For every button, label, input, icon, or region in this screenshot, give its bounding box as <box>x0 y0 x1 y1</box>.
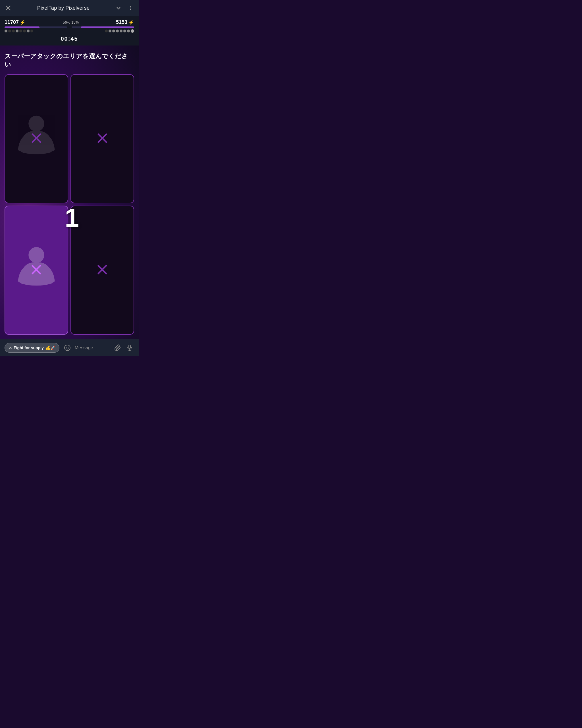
dots-right <box>105 29 134 33</box>
progress-middle: 56% 15% <box>63 20 79 24</box>
top-bar-left <box>4 4 12 12</box>
battle-icon-br <box>96 263 109 277</box>
dot-r8 <box>131 29 134 33</box>
dot-l8 <box>30 30 33 32</box>
dot-l4 <box>16 30 19 32</box>
dot-r4 <box>116 30 119 32</box>
svg-point-12 <box>28 247 44 262</box>
svg-point-19 <box>64 345 70 350</box>
menu-button[interactable] <box>127 4 134 12</box>
score-right-value: 5153 <box>116 19 127 25</box>
svg-point-21 <box>68 347 68 347</box>
top-bar: PixelTap by Pixelverse <box>0 0 139 16</box>
dots-row <box>4 29 134 33</box>
progress-right-fill <box>81 26 134 28</box>
main-content: スーパーアタックのエリアを選んでください <box>0 46 139 339</box>
close-button[interactable] <box>4 4 12 12</box>
dot-l1 <box>4 30 7 32</box>
score-row: 11707 ⚡ 56% 15% 5153 ⚡ <box>4 19 134 25</box>
lightning-right-icon: ⚡ <box>129 20 134 25</box>
pct-right-label: 15% <box>71 20 79 24</box>
grid-cell-bottom-right[interactable] <box>71 206 134 335</box>
top-bar-right <box>115 4 134 12</box>
dot-l3 <box>12 30 15 32</box>
grid-cell-top-left[interactable] <box>4 74 68 203</box>
score-left: 11707 ⚡ <box>4 19 26 25</box>
svg-point-20 <box>66 347 67 347</box>
battle-icon-tr <box>96 132 109 146</box>
fight-supply-button[interactable]: ✕ Fight for supply 💰🚀 <box>4 343 59 353</box>
svg-point-8 <box>35 137 37 139</box>
dot-r1 <box>105 30 108 32</box>
progress-row <box>4 26 134 28</box>
bottom-bar: ✕ Fight for supply 💰🚀 Message <box>0 339 139 356</box>
grid-cell-bottom-left[interactable] <box>4 206 68 335</box>
svg-point-3 <box>130 8 131 8</box>
dot-r2 <box>109 30 111 32</box>
svg-point-11 <box>101 137 104 139</box>
emoji-button[interactable] <box>63 343 72 352</box>
attach-button[interactable] <box>113 343 122 352</box>
svg-rect-22 <box>129 345 131 348</box>
app-title: PixelTap by Pixelverse <box>37 5 89 11</box>
dot-l5 <box>19 30 22 32</box>
dot-r3 <box>112 30 115 32</box>
fight-close-icon: ✕ <box>9 346 12 350</box>
score-left-value: 11707 <box>4 19 19 25</box>
score-right: 5153 ⚡ <box>116 19 134 25</box>
dropdown-button[interactable] <box>115 4 122 12</box>
timer-row: 00:45 <box>4 35 134 43</box>
section-title: スーパーアタックのエリアを選んでください <box>4 52 134 69</box>
message-input-area: Message <box>63 343 134 352</box>
dot-l2 <box>8 30 11 32</box>
progress-left-fill <box>4 26 39 28</box>
svg-point-18 <box>101 268 104 271</box>
svg-point-5 <box>28 116 44 131</box>
dot-r6 <box>123 30 126 32</box>
dot-r7 <box>127 30 130 32</box>
mic-button[interactable] <box>125 343 134 352</box>
timer-value: 00:45 <box>60 35 78 42</box>
dots-left <box>4 30 33 32</box>
battle-icon-tl <box>30 132 43 146</box>
svg-point-15 <box>35 268 37 271</box>
fight-emoji: 💰🚀 <box>46 345 55 350</box>
message-placeholder[interactable]: Message <box>75 345 110 350</box>
grid-cell-top-right[interactable] <box>71 74 134 203</box>
dot-l6 <box>23 30 26 32</box>
dot-r5 <box>120 30 122 32</box>
fight-label: Fight for supply <box>13 345 44 350</box>
game-header: 11707 ⚡ 56% 15% 5153 ⚡ <box>0 16 139 46</box>
progress-right-bar <box>72 26 134 28</box>
battle-icon-bl <box>30 263 43 277</box>
lightning-left-icon: ⚡ <box>20 20 26 25</box>
pct-left-label: 56% <box>63 20 70 24</box>
area-grid <box>4 74 134 335</box>
svg-point-2 <box>130 6 131 7</box>
progress-left-bar <box>4 26 67 28</box>
dot-l7 <box>27 30 30 32</box>
svg-point-4 <box>130 9 131 10</box>
